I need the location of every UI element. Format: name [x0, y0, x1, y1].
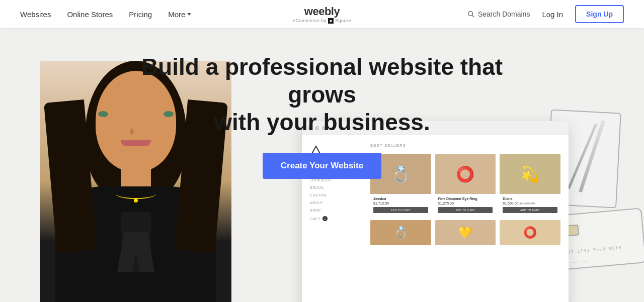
- nav-pricing[interactable]: Pricing: [129, 10, 152, 19]
- product-card-ring: ⭕ Fine Diamond Eye Ring $1,275.00 ADD TO…: [435, 154, 496, 216]
- mockup-nav-bridal: BRIDAL: [310, 186, 354, 189]
- product-img-ring: ⭕: [435, 154, 496, 194]
- svg-line-1: [472, 15, 474, 17]
- website-mockup: BLAIR LAUREN BROWN LOOKBOOK BRIDAL CUSTO…: [302, 121, 569, 302]
- logo-tagline: eCommerce by ■ Square: [293, 18, 351, 24]
- product-name-jessica: Jessica: [373, 197, 428, 200]
- create-website-button[interactable]: Create Your Website: [263, 153, 381, 179]
- add-to-cart-diana[interactable]: ADD TO CART: [503, 207, 557, 213]
- product-grid-bottom: 💍 💛 ⭕: [370, 220, 560, 245]
- product-price-ring: $1,275.00: [438, 202, 493, 205]
- hero-headline: Build a professional website that grows …: [141, 53, 503, 137]
- logo-text: weebly: [304, 5, 340, 18]
- nav-online-stores[interactable]: Online Stores: [67, 10, 113, 19]
- search-domains-link[interactable]: Search Domains: [467, 10, 530, 18]
- hero-section: Build a professional website that grows …: [0, 28, 644, 302]
- search-icon: [467, 10, 475, 18]
- product-info-diana: Diana $1,500.00 $2,200.00 ADD TO CART: [500, 194, 560, 216]
- product-name-ring: Fine Diamond Eye Ring: [438, 197, 493, 200]
- navbar: Websites Online Stores Pricing More weeb…: [0, 0, 644, 28]
- mockup-main-content: BEST SELLERS 💍 Jessica $1,712.50 ADD TO …: [362, 135, 569, 302]
- product-price-diana: $1,500.00 $2,200.00: [503, 202, 557, 205]
- nav-more[interactable]: More: [168, 10, 191, 19]
- cart-badge: 2: [323, 216, 328, 221]
- product-bottom-2: 💛: [435, 220, 496, 245]
- chevron-down-icon: [187, 13, 191, 16]
- nav-right: Search Domains Log In Sign Up: [467, 5, 624, 23]
- add-to-cart-ring[interactable]: ADD TO CART: [438, 207, 493, 213]
- nav-websites[interactable]: Websites: [20, 10, 51, 19]
- mockup-nav-about: ABOUT: [310, 201, 354, 205]
- product-price-jessica: $1,712.50: [373, 202, 428, 205]
- product-info-jessica: Jessica $1,712.50 ADD TO CART: [370, 194, 431, 216]
- weebly-logo[interactable]: weebly eCommerce by ■ Square: [293, 5, 351, 24]
- product-bottom-3: ⭕: [500, 220, 560, 245]
- svg-point-0: [468, 12, 473, 16]
- square-icon: ■: [328, 18, 334, 24]
- product-grid: 💍 Jessica $1,712.50 ADD TO CART ⭕: [370, 154, 560, 216]
- product-name-diana: Diana: [503, 197, 557, 200]
- product-old-price-diana: $2,200.00: [519, 202, 535, 205]
- product-bottom-1: 💍: [370, 220, 431, 245]
- product-card-diana: 💫 Diana $1,500.00 $2,200.00 ADD TO CART: [500, 154, 560, 216]
- product-info-ring: Fine Diamond Eye Ring $1,275.00 ADD TO C…: [435, 194, 496, 216]
- signup-button[interactable]: Sign Up: [575, 5, 624, 23]
- login-link[interactable]: Log In: [542, 10, 563, 19]
- mockup-section-title: BEST SELLERS: [370, 143, 560, 148]
- product-img-diana: 💫: [500, 154, 560, 194]
- add-to-cart-jessica[interactable]: ADD TO CART: [373, 207, 428, 213]
- credit-card-numbers: 4417 1231 5678 9010: [561, 245, 622, 255]
- mockup-nav-shop: SHOP: [310, 209, 354, 212]
- mockup-nav-cart: CART 2: [310, 216, 354, 221]
- mockup-nav-custom: CUSTOM: [310, 193, 354, 197]
- nav-left: Websites Online Stores Pricing More: [20, 10, 191, 19]
- mockup-nav-lookbook: LOOKBOOK: [310, 178, 354, 182]
